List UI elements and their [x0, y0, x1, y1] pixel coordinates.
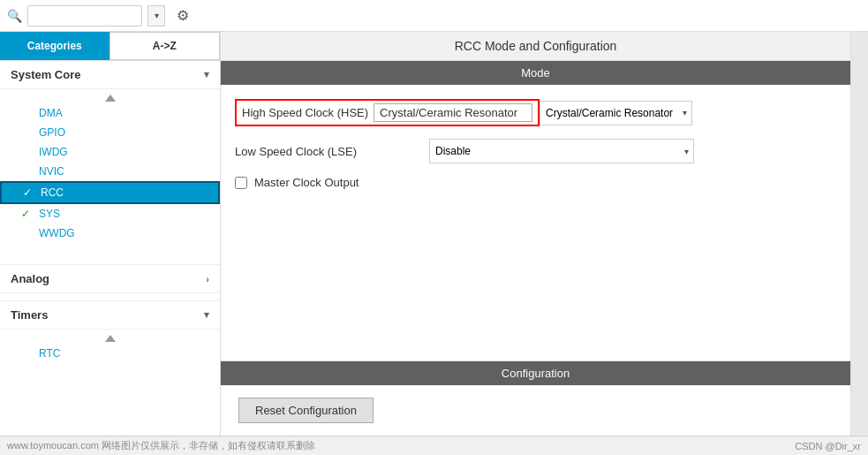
check-icon-rcc: ✓ [23, 186, 35, 199]
content-area: RCC Mode and Configuration Mode High Spe… [221, 32, 850, 436]
page-title: RCC Mode and Configuration [221, 32, 850, 61]
section-header-system-core[interactable]: System Core ▾ [0, 61, 220, 89]
section-header-analog[interactable]: Analog › [0, 265, 220, 293]
system-core-items: DMA GPIO IWDG NVIC [0, 89, 220, 246]
section-analog: Analog › [0, 264, 220, 293]
master-clock-label: Master Clock Output [254, 176, 359, 189]
section-system-core: System Core ▾ DMA GPIO [0, 61, 220, 246]
hse-select-wrap[interactable]: Crystal/Ceramic Resonator BYPASS Clock S… [540, 101, 692, 125]
hse-select[interactable]: Crystal/Ceramic Resonator BYPASS Clock S… [540, 102, 691, 125]
sidebar-item-iwdg[interactable]: IWDG [0, 142, 220, 162]
hse-row: High Speed Clock (HSE) Crystal/Ceramic R… [235, 99, 836, 126]
config-section-title: Configuration [221, 361, 850, 385]
lse-select[interactable]: Disable BYPASS Clock Source Crystal/Cera… [430, 140, 693, 163]
sidebar-label-rtc: RTC [39, 347, 60, 360]
section-timers: Timers ▾ RTC [0, 300, 220, 367]
sidebar-label-dma: DMA [39, 107, 63, 119]
chevron-down-icon-timers: ▾ [204, 309, 209, 321]
sidebar-item-dma[interactable]: DMA [0, 103, 220, 123]
watermark-left: www.toymoucan.com 网络图片仅供展示，非存储，如有侵权请联系删除 [7, 439, 315, 452]
lse-row: Low Speed Clock (LSE) Disable BYPASS Clo… [235, 139, 836, 163]
sidebar-item-wwdg[interactable]: WWDG [0, 224, 220, 243]
lse-select-wrap[interactable]: Disable BYPASS Clock Source Crystal/Cera… [429, 139, 694, 163]
scroll-up-triangle [105, 95, 116, 102]
sidebar-item-nvic[interactable]: NVIC [0, 162, 220, 181]
hse-label: High Speed Clock (HSE) [242, 106, 368, 119]
tab-atoz[interactable]: A->Z [109, 32, 221, 60]
sidebar-label-wwdg: WWDG [39, 227, 75, 239]
top-bar: 🔍 ▾ ⚙ [0, 0, 868, 32]
section-header-timers[interactable]: Timers ▾ [0, 301, 220, 330]
sidebar-label-gpio: GPIO [39, 126, 65, 139]
sidebar-item-gpio[interactable]: GPIO [0, 123, 220, 142]
timers-items: RTC [0, 330, 220, 367]
hse-value-display: Crystal/Ceramic Resonator [374, 103, 532, 122]
config-body: Reset Configuration [221, 385, 850, 436]
chevron-right-icon-analog: › [206, 274, 209, 284]
watermark-right: CSDN @Dir_xr [795, 441, 861, 451]
master-clock-checkbox[interactable] [235, 177, 247, 189]
search-dropdown-arrow[interactable]: ▾ [147, 5, 165, 27]
right-panel [850, 32, 868, 436]
search-icon: 🔍 [7, 9, 22, 23]
sidebar: Categories A->Z System Core ▾ DMA [0, 32, 221, 436]
sidebar-item-rtc[interactable]: RTC [0, 344, 220, 363]
scroll-up-handle[interactable] [0, 93, 220, 103]
sidebar-label-iwdg: IWDG [39, 146, 68, 158]
search-input[interactable] [27, 5, 142, 27]
sidebar-tabs: Categories A->Z [0, 32, 220, 61]
reset-configuration-button[interactable]: Reset Configuration [238, 398, 374, 423]
sidebar-label-nvic: NVIC [39, 165, 64, 178]
sidebar-item-sys[interactable]: ✓ SYS [0, 204, 220, 224]
section-label-system-core: System Core [11, 68, 80, 81]
section-label-analog: Analog [11, 272, 49, 285]
tab-categories[interactable]: Categories [0, 32, 109, 60]
sidebar-label-rcc: RCC [41, 186, 64, 199]
mode-section-title: Mode [221, 61, 850, 85]
chevron-down-icon: ▾ [204, 69, 209, 80]
master-clock-row: Master Clock Output [235, 176, 836, 189]
check-icon-sys: ✓ [21, 208, 34, 220]
lse-label: Low Speed Clock (LSE) [235, 145, 429, 158]
scroll-up-handle-timers[interactable] [0, 333, 220, 344]
mode-form: High Speed Clock (HSE) Crystal/Ceramic R… [221, 85, 850, 361]
hse-bordered-box: High Speed Clock (HSE) Crystal/Ceramic R… [235, 99, 540, 126]
section-label-timers: Timers [11, 308, 48, 322]
settings-gear-button[interactable]: ⚙ [170, 4, 195, 28]
scroll-up-triangle-timers [105, 335, 116, 342]
sidebar-label-sys: SYS [39, 208, 60, 220]
sidebar-item-rcc[interactable]: ✓ RCC [0, 181, 220, 204]
watermark-bar: www.toymoucan.com 网络图片仅供展示，非存储，如有侵权请联系删除… [0, 436, 868, 455]
